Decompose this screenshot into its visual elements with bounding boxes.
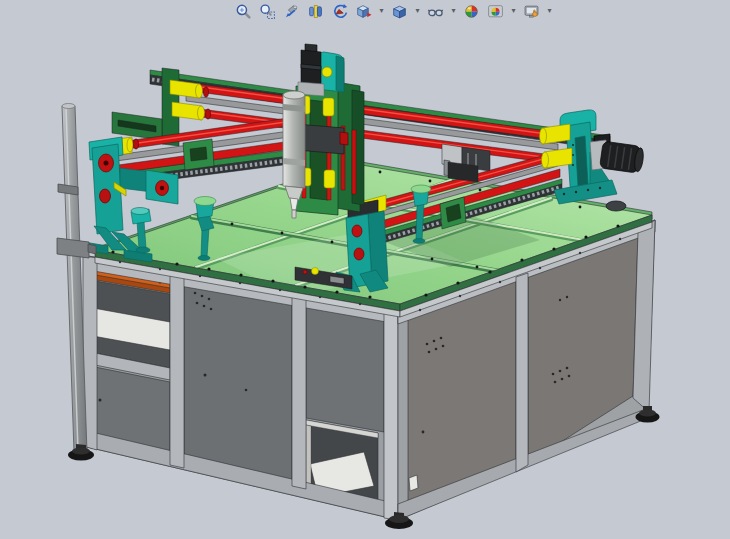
apply-scene-button[interactable] xyxy=(485,1,506,22)
view-settings-icon xyxy=(523,3,540,20)
view-orientation-dropdown-arrow-icon[interactable]: ▾ xyxy=(377,1,386,21)
spindle-top xyxy=(283,91,305,99)
rotate-view-button[interactable] xyxy=(329,1,350,22)
display-style-dropdown-arrow-icon[interactable]: ▾ xyxy=(413,1,422,21)
zoom-to-area-button[interactable] xyxy=(257,1,278,22)
slide-detail xyxy=(340,132,348,145)
cad-viewport-window: ▾ ▾ ▾ xyxy=(0,0,730,539)
clamp-base xyxy=(198,256,210,261)
pole-cap xyxy=(62,104,75,109)
panel xyxy=(184,278,292,486)
pulley-hub xyxy=(352,225,362,237)
bracket-side xyxy=(336,56,344,92)
zoom-to-fit-icon xyxy=(235,3,252,20)
section-view-button[interactable] xyxy=(305,1,326,22)
previous-view-icon xyxy=(283,3,300,20)
edit-appearance-button[interactable] xyxy=(461,1,482,22)
clamp-cup-top xyxy=(194,197,216,206)
view-settings-button[interactable] xyxy=(521,1,542,22)
display-style-button[interactable] xyxy=(389,1,410,22)
edit-appearance-icon xyxy=(463,3,480,20)
3d-viewport[interactable] xyxy=(0,0,730,539)
rotate-view-icon xyxy=(331,3,348,20)
apply-scene-icon xyxy=(487,3,504,20)
hide-show-items-button[interactable] xyxy=(425,1,446,22)
clamp-base xyxy=(413,239,425,244)
clamp-base xyxy=(136,247,150,253)
tool-bit xyxy=(292,210,296,218)
display-style-icon xyxy=(391,3,408,20)
view-orientation-icon xyxy=(355,3,372,20)
hide-show-items-icon xyxy=(427,3,444,20)
view-settings-dropdown-arrow-icon[interactable]: ▾ xyxy=(545,1,554,21)
vent xyxy=(409,475,418,491)
table-hole xyxy=(606,201,626,211)
view-toolbar: ▾ ▾ ▾ xyxy=(233,0,554,22)
yellow-knob xyxy=(312,268,319,275)
collar-knob xyxy=(88,244,96,254)
hub-center xyxy=(160,186,164,190)
zoom-to-fit-button[interactable] xyxy=(233,1,254,22)
spindle-motor[interactable] xyxy=(298,44,324,96)
clamp-head-top xyxy=(131,208,149,215)
pulley-hub xyxy=(100,189,111,203)
section-view-icon xyxy=(307,3,324,20)
hide-show-items-dropdown-arrow-icon[interactable]: ▾ xyxy=(449,1,458,21)
yellow-knob xyxy=(322,67,332,77)
previous-view-button[interactable] xyxy=(281,1,302,22)
hub-center xyxy=(104,161,109,166)
pole-collar xyxy=(57,238,89,258)
view-orientation-button[interactable] xyxy=(353,1,374,22)
apply-scene-dropdown-arrow-icon[interactable]: ▾ xyxy=(509,1,518,21)
red-knob xyxy=(303,270,307,274)
zoom-to-area-icon xyxy=(259,3,276,20)
motor-body xyxy=(599,141,640,173)
z-rod xyxy=(352,130,356,194)
pulley-hub xyxy=(354,248,364,260)
slider-slot xyxy=(190,147,207,161)
clamp-cup-top xyxy=(411,185,431,193)
